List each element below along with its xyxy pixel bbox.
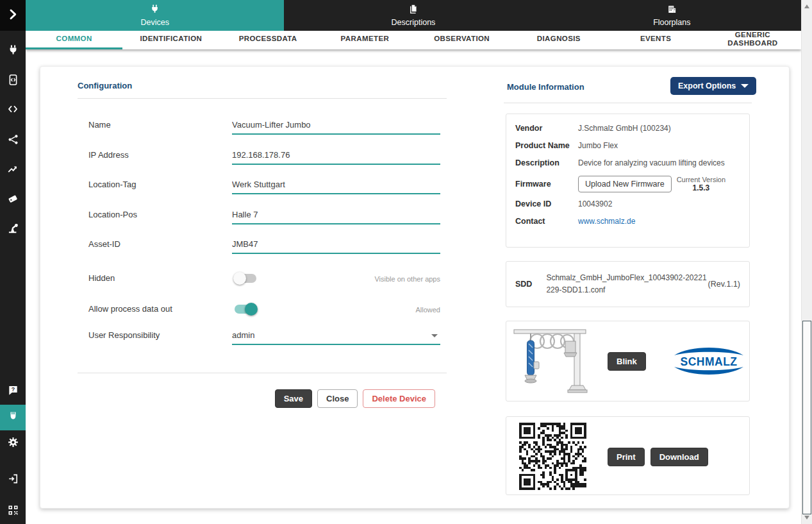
process-data-label: Allow process data out [88, 304, 172, 314]
location-pos-label: Location-Pos [88, 210, 137, 219]
device-id-row: Device ID 10043902 [515, 199, 740, 208]
device-id-value: 10043902 [578, 199, 740, 208]
sdd-label: SDD [515, 280, 532, 289]
subtab-events[interactable]: EVENTS [608, 31, 704, 49]
subtab-observation[interactable]: OBSERVATION [413, 31, 510, 49]
sidebar-expand-button[interactable] [0, 0, 26, 31]
asset-tag-icon [7, 193, 19, 207]
robot-arm-icon [7, 223, 19, 237]
asset-id-input[interactable] [232, 239, 440, 254]
current-version-value: 1.5.3 [693, 183, 710, 192]
subtab-diagnosis[interactable]: DIAGNOSIS [510, 31, 607, 49]
sidebar-item-descriptions[interactable] [0, 68, 26, 94]
tab-label: Devices [140, 18, 169, 27]
chevron-down-icon [741, 84, 749, 88]
delete-device-button[interactable]: Delete Device [363, 389, 435, 408]
sdd-revision: (Rev.1.1) [708, 280, 740, 289]
scroll-down-arrow[interactable] [804, 516, 809, 520]
location-pos-input[interactable] [232, 210, 440, 224]
sidebar-item-settings[interactable] [0, 430, 26, 456]
sidebar-item-help[interactable]: ? [0, 378, 26, 404]
vacuum-lifter-illustration [510, 325, 601, 399]
contact-link[interactable]: www.schmalz.de [578, 217, 740, 226]
asset-id-label: Asset-ID [88, 239, 120, 249]
sidebar-item-logout[interactable] [0, 467, 26, 493]
tab-devices[interactable]: Devices [26, 0, 284, 31]
product-name-value: Jumbo Flex [578, 141, 740, 150]
vacuum-lifter-icon [8, 411, 19, 425]
divider [504, 103, 752, 103]
sidebar-item-robot[interactable] [0, 217, 26, 242]
configuration-title: Configuration [78, 81, 132, 90]
sidebar-item-vacuum-lifter[interactable] [0, 405, 26, 430]
ip-input[interactable] [232, 150, 440, 165]
vendor-value: J.Schmalz GmbH (100234) [578, 124, 740, 133]
toggle-knob [233, 272, 246, 285]
name-label: Name [88, 120, 111, 130]
process-data-toggle[interactable] [235, 305, 256, 314]
export-options-button[interactable]: Export Options [670, 77, 756, 95]
user-responsibility-label: User Responsibility [88, 330, 160, 340]
device-image-card: Blink SCHMALZ [506, 321, 750, 401]
form-field-ip: IP Address [88, 135, 440, 165]
description-label: Description [515, 158, 578, 167]
subtab-identification[interactable]: IDENTIFICATION [122, 31, 219, 49]
plug-icon [8, 45, 19, 58]
close-button[interactable]: Close [317, 389, 358, 408]
sidebar-item-code[interactable] [0, 97, 26, 123]
logout-icon [8, 473, 19, 487]
sdd-card: SDD Schmalz_GmbH_JumboFlex_10043902-2022… [506, 261, 750, 307]
chevron-down-icon [431, 334, 438, 337]
device-description-icon [8, 74, 19, 88]
analytics-icon [7, 163, 19, 177]
print-button[interactable]: Print [608, 448, 645, 466]
sidebar-item-devices[interactable] [0, 38, 26, 64]
sidebar-item-tags[interactable] [0, 187, 26, 213]
subtab-parameter[interactable]: PARAMETER [317, 31, 413, 49]
module-information-title: Module Information [507, 82, 584, 92]
form-field-location-tag: Location-Tag [88, 165, 440, 194]
product-name-row: Product Name Jumbo Flex [515, 141, 740, 150]
sidebar-item-analytics[interactable] [0, 157, 26, 183]
sidebar-item-network[interactable] [0, 128, 26, 153]
blink-button[interactable]: Blink [608, 352, 646, 371]
device-sub-tabs: COMMON IDENTIFICATION PROCESSDATA PARAME… [26, 31, 801, 49]
svg-text:?: ? [11, 385, 15, 392]
scrollbar-thumb[interactable] [802, 321, 811, 514]
tab-descriptions[interactable]: Descriptions [284, 0, 542, 31]
tab-floorplans[interactable]: Floorplans [543, 0, 801, 31]
form-field-asset-id: Asset-ID [88, 224, 440, 254]
download-button[interactable]: Download [650, 448, 708, 466]
pages-icon [408, 4, 418, 16]
product-name-label: Product Name [515, 141, 578, 150]
form-field-location-pos: Location-Pos [88, 195, 440, 224]
hidden-toggle[interactable] [235, 274, 256, 283]
scroll-up-arrow[interactable] [804, 4, 809, 8]
save-button[interactable]: Save [275, 389, 312, 408]
device-id-label: Device ID [515, 199, 578, 208]
chevron-right-icon [6, 8, 19, 23]
hidden-label: Hidden [88, 273, 115, 283]
building-icon [667, 4, 677, 16]
tab-label: Descriptions [392, 18, 436, 27]
user-responsibility-select[interactable]: admin [232, 330, 440, 345]
subtab-common[interactable]: COMMON [26, 31, 122, 49]
sidebar: ? [0, 0, 26, 524]
divider [78, 373, 447, 373]
sidebar-item-qr-scanner[interactable] [0, 498, 26, 524]
description-row: Description Device for analyzing vacuum … [515, 158, 740, 167]
vendor-label: Vendor [515, 124, 578, 133]
subtab-processdata[interactable]: PROCESSDATA [220, 31, 317, 49]
vertical-scrollbar[interactable] [801, 0, 812, 524]
plug-icon [150, 4, 160, 16]
vendor-info-card: Vendor J.Schmalz GmbH (100234) Product N… [506, 114, 750, 248]
location-tag-input[interactable] [232, 180, 440, 194]
name-input[interactable] [232, 120, 440, 135]
toggle-knob [245, 303, 258, 316]
subtab-generic-dashboard[interactable]: GENERIC DASHBOARD [704, 31, 801, 49]
location-tag-label: Location-Tag [88, 180, 136, 189]
gear-icon [8, 437, 19, 450]
contact-label: Contact [515, 217, 578, 226]
form-field-user-responsibility: User Responsibility admin [88, 316, 440, 345]
upload-firmware-button[interactable]: Upload New Firmware [578, 176, 672, 192]
